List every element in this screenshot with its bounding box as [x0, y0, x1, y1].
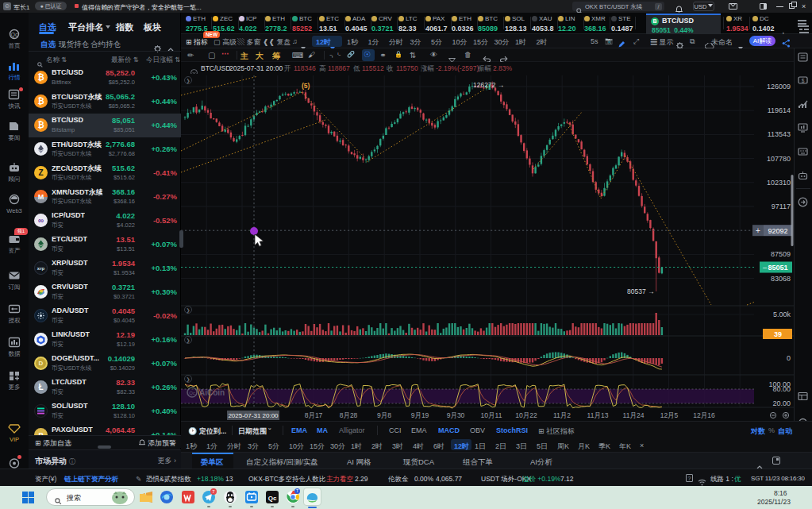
svg-text:❯: ❯ [186, 308, 190, 314]
svg-text:113543: 113543 [768, 130, 791, 138]
svg-text:80537 →: 80537 → [627, 287, 655, 295]
svg-text:8月17: 8月17 [305, 411, 323, 419]
svg-text:80.00: 80.00 [772, 385, 791, 393]
svg-text:Qc: Qc [268, 495, 277, 502]
svg-text:87509: 87509 [771, 250, 791, 258]
svg-text:❯: ❯ [186, 338, 190, 344]
svg-text:92092: 92092 [768, 227, 787, 235]
svg-text:126272 →: 126272 → [473, 81, 504, 89]
svg-text:AiCoin: AiCoin [199, 388, 225, 397]
svg-text:5.00k: 5.00k [773, 310, 791, 318]
svg-text:9月8: 9月8 [377, 411, 391, 419]
svg-text:Qc: Qc [11, 32, 18, 38]
svg-text:0: 0 [787, 354, 791, 362]
svg-text:107780: 107780 [767, 155, 791, 163]
svg-text:11月24: 11月24 [623, 411, 645, 419]
svg-text:Qc: Qc [189, 391, 195, 395]
svg-text:(5): (5) [302, 82, 310, 90]
svg-text:2025-07-31 20:00: 2025-07-31 20:00 [228, 412, 279, 419]
svg-text:❯: ❯ [186, 79, 190, 84]
svg-text:102310: 102310 [767, 179, 791, 187]
svg-text:9月30: 9月30 [447, 411, 465, 419]
svg-text:❯: ❯ [186, 377, 190, 383]
svg-text:119614: 119614 [768, 106, 791, 114]
svg-text:$: $ [802, 78, 805, 83]
svg-text:10月11: 10月11 [481, 411, 502, 419]
svg-text:–: – [763, 264, 767, 272]
svg-text:11月2: 11月2 [553, 411, 571, 419]
svg-text:97117: 97117 [772, 202, 791, 210]
svg-text:10月22: 10月22 [515, 411, 537, 419]
svg-text:83068: 83068 [771, 275, 791, 283]
svg-text:+: + [756, 226, 760, 235]
svg-text:20.00: 20.00 [772, 399, 791, 407]
svg-text:12月16: 12月16 [693, 411, 715, 419]
svg-text:9月19: 9月19 [411, 411, 429, 419]
svg-text:12月5: 12月5 [660, 411, 679, 419]
svg-text:8月28: 8月28 [340, 411, 358, 419]
svg-text:11月13: 11月13 [587, 411, 609, 419]
svg-text:85051: 85051 [768, 264, 787, 272]
svg-text:39: 39 [774, 330, 782, 338]
svg-text:126009: 126009 [767, 83, 791, 91]
